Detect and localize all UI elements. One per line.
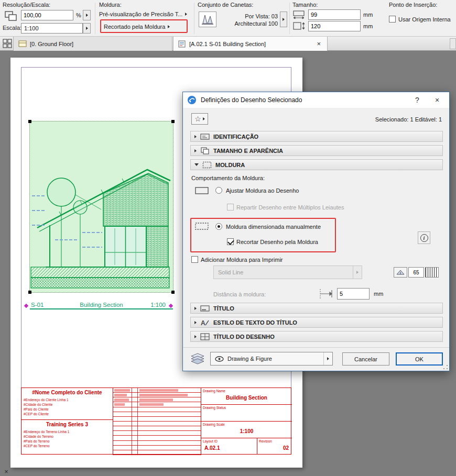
chevron-right-icon bbox=[194, 307, 197, 310]
tab-bar: [0. Ground Floor] [A.02.1 S-01 Building … bbox=[0, 37, 456, 51]
dialog-title-bar[interactable]: Definições do Desenho Selecionado ? × bbox=[183, 92, 449, 108]
pen-nib-icon bbox=[396, 269, 405, 275]
pen-color-button[interactable] bbox=[394, 267, 407, 278]
manual-frame-radio[interactable] bbox=[215, 223, 222, 230]
line-type-dropdown[interactable]: Solid Line bbox=[213, 265, 362, 279]
pen-number-input[interactable] bbox=[408, 267, 424, 278]
section-frame-label: MOLDURA bbox=[215, 162, 245, 168]
fit-frame-icon bbox=[194, 186, 209, 195]
revision-cell: Revision 02 bbox=[257, 438, 292, 455]
section-title-text-style[interactable]: A ESTILO DE TEXTO DO TÍTULO bbox=[190, 317, 443, 328]
pen-set-line2: Architectural 100 bbox=[218, 20, 278, 27]
chevron-right-icon bbox=[194, 149, 197, 152]
crop-drawing-checkbox[interactable] bbox=[227, 238, 234, 245]
chevron-down-icon bbox=[194, 163, 199, 166]
drawing-name-value: Building Section bbox=[201, 395, 292, 401]
quick-options-icon[interactable] bbox=[3, 39, 12, 49]
pen-set-menu-button[interactable] bbox=[280, 12, 287, 27]
drawing-settings-icon bbox=[187, 95, 197, 105]
title-block: #Nome Completo do Cliente #Endereço do C… bbox=[21, 388, 291, 455]
frame-distance-input[interactable] bbox=[337, 288, 370, 300]
resolution-menu-button[interactable] bbox=[83, 10, 91, 20]
section-size-appearance[interactable]: TAMANHO E APARÊNCIA bbox=[190, 145, 443, 156]
tab-section[interactable]: [A.02.1 S-01 Building Section] × bbox=[173, 37, 328, 51]
height-unit-label: mm bbox=[363, 23, 373, 29]
help-button[interactable]: ? bbox=[409, 92, 425, 108]
info-button[interactable]: i bbox=[418, 231, 430, 244]
section-frame[interactable]: MOLDURA bbox=[190, 159, 443, 170]
tab-overflow-button[interactable] bbox=[450, 38, 456, 49]
manual-frame-icon bbox=[194, 222, 209, 230]
top-toolbar: Resolução/Escala: % Escala: 1:100 Moldur… bbox=[0, 0, 456, 37]
title-block-info-cell: Drawing Name Building Section Drawing St… bbox=[201, 388, 292, 455]
layer-value: Drawing & Figure bbox=[227, 356, 272, 362]
split-drawing-label: Repartir Desenho entre Múltiplos Leiaute… bbox=[236, 204, 344, 211]
drawing-selection[interactable] bbox=[30, 121, 173, 292]
chevron-right-icon bbox=[168, 25, 170, 28]
frame-preview-value: Pré-visualização de Precisão T... bbox=[99, 11, 182, 17]
selection-handle[interactable] bbox=[28, 291, 31, 294]
split-drawing-checkbox[interactable] bbox=[227, 204, 234, 211]
selection-handle[interactable] bbox=[171, 120, 175, 123]
project-name: Training Series 3 bbox=[21, 422, 113, 427]
favorites-button[interactable] bbox=[191, 113, 208, 125]
scale-label: Escala: bbox=[3, 25, 21, 31]
pane-close-button[interactable]: × bbox=[3, 468, 10, 475]
frame-behavior-label: Comportamento da Moldura: bbox=[191, 175, 265, 181]
dialog-title: Definições do Desenho Selecionado bbox=[201, 96, 302, 104]
chevron-right-icon bbox=[194, 321, 197, 324]
star-icon bbox=[194, 115, 201, 123]
frame-height-input[interactable] bbox=[308, 21, 361, 31]
layout-id-value: A.02.1 bbox=[204, 445, 220, 451]
revision-entry bbox=[114, 398, 129, 401]
resolution-input[interactable] bbox=[21, 10, 73, 20]
insertion-point-label: Ponto de Inserção: bbox=[389, 2, 437, 8]
use-internal-origin-checkbox[interactable] bbox=[389, 16, 396, 23]
revision-table-line bbox=[137, 388, 138, 455]
tab-close-icon[interactable]: × bbox=[315, 40, 322, 48]
layout-id-cell: Layout ID A.02.1 bbox=[201, 438, 257, 455]
dropdown-arrow-zone bbox=[353, 266, 362, 279]
layout-id-row: Layout ID A.02.1 Revision 02 bbox=[201, 438, 292, 455]
chevron-right-icon bbox=[283, 18, 285, 21]
selection-handle[interactable] bbox=[171, 291, 175, 294]
pen-set-button[interactable] bbox=[199, 12, 216, 27]
site-line: #Cidade do Terreno bbox=[24, 435, 53, 438]
frame-fill-button[interactable] bbox=[425, 267, 439, 278]
printed-frame-label: Adicionar Moldura para Imprimir bbox=[201, 257, 283, 263]
frame-width-input[interactable] bbox=[308, 9, 361, 20]
application-window: { "window": { "pane_close_label": "×" },… bbox=[0, 0, 456, 476]
section-title[interactable]: TÍTULO bbox=[190, 303, 443, 314]
site-line: #Endereço do Terreno Linha 1 bbox=[24, 430, 69, 434]
fit-frame-radio[interactable] bbox=[215, 187, 222, 194]
chevron-right-icon bbox=[86, 14, 88, 17]
scale-dropdown[interactable]: 1:100 bbox=[21, 23, 83, 34]
resolution-icon bbox=[3, 10, 19, 23]
section-drawing-title[interactable]: TÍTULO DO DESENHO bbox=[190, 331, 443, 342]
width-unit-label: mm bbox=[363, 12, 373, 18]
chevron-right-icon bbox=[185, 13, 187, 16]
tab-section-label: [A.02.1 S-01 Building Section] bbox=[189, 41, 266, 47]
use-internal-origin-label: Usar Origem Interna bbox=[398, 16, 451, 23]
drawing-scale-row: Drawing Scale 1:100 bbox=[201, 422, 292, 438]
ok-button[interactable]: OK bbox=[396, 352, 443, 366]
layer-dropdown[interactable]: Drawing & Figure bbox=[210, 352, 333, 366]
selection-info: Selecionado: 1 Editável: 1 bbox=[375, 116, 442, 123]
section-size-appearance-label: TAMANHO E APARÊNCIA bbox=[213, 148, 283, 154]
frame-icon bbox=[202, 161, 212, 169]
section-identification[interactable]: IDENTIFICAÇÃO bbox=[190, 131, 443, 142]
dialog-close-button[interactable]: × bbox=[429, 92, 445, 108]
tab-ground-floor[interactable]: [0. Ground Floor] bbox=[13, 37, 172, 51]
resize-grip[interactable] bbox=[443, 364, 448, 370]
pens-icon bbox=[199, 12, 216, 27]
frame-preview-dropdown[interactable]: Pré-visualização de Precisão T... bbox=[99, 9, 191, 19]
pen-set-value: Por Vista: 03 Architectural 100 bbox=[218, 13, 278, 27]
percent-label: % bbox=[76, 12, 81, 18]
selection-handle[interactable] bbox=[28, 120, 31, 123]
cancel-button[interactable]: Cancelar bbox=[342, 352, 389, 366]
text-style-icon: A bbox=[200, 319, 210, 326]
frame-crop-dropdown[interactable]: Recortado pela Moldura bbox=[104, 21, 170, 31]
scale-menu-button[interactable] bbox=[83, 23, 91, 34]
revision-entry bbox=[139, 394, 188, 396]
printed-frame-checkbox[interactable] bbox=[191, 256, 198, 263]
